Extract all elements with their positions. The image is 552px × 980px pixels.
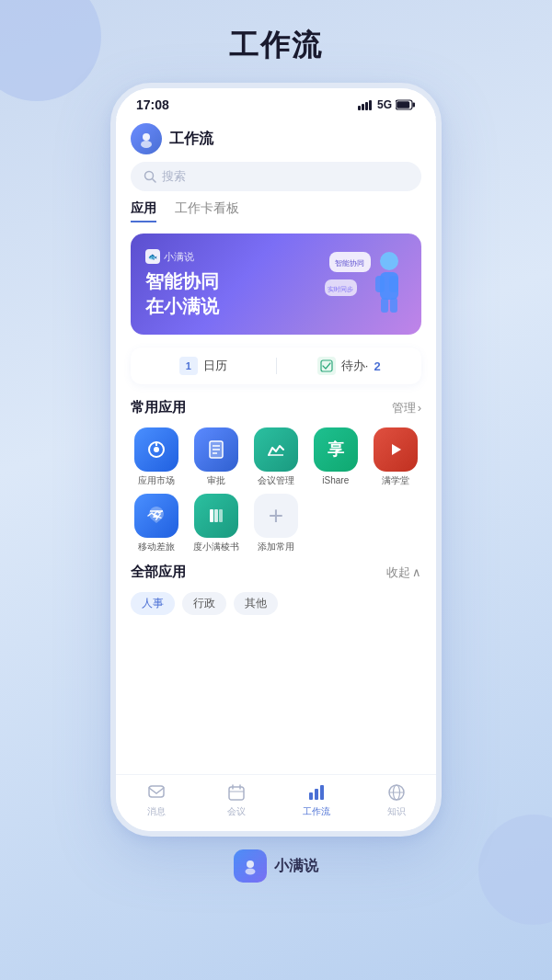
todo-icon	[317, 357, 336, 375]
app-header-title: 工作流	[169, 130, 213, 149]
todo-label: 待办·	[341, 358, 369, 374]
banner-decoration: 智能协同 实时同步	[320, 243, 412, 325]
svg-point-3	[143, 133, 150, 141]
app-item-add[interactable]: + 添加常用	[250, 494, 303, 553]
svg-rect-2	[397, 101, 409, 108]
svg-rect-30	[219, 509, 223, 522]
svg-point-7	[380, 252, 398, 270]
calendar-icon: 1	[179, 357, 198, 375]
svg-rect-29	[214, 509, 218, 522]
phone-frame: 17:08 5G	[110, 83, 442, 837]
nav-item-knowledge[interactable]: 知识	[356, 782, 436, 818]
app-icon-travel	[134, 494, 178, 538]
svg-point-4	[141, 141, 152, 148]
nav-icon-workflow	[306, 782, 327, 803]
notch	[230, 88, 322, 108]
todo-count: 2	[374, 359, 380, 373]
nav-item-workflow[interactable]: 工作流	[276, 782, 356, 818]
svg-rect-32	[229, 787, 244, 800]
bg-blob-br	[478, 815, 552, 925]
app-label-meeting: 会议管理	[258, 475, 294, 486]
app-label-ishare: iShare	[322, 475, 349, 486]
svg-point-19	[154, 447, 159, 452]
svg-text:实时同步: 实时同步	[328, 286, 353, 293]
app-item-meeting[interactable]: 会议管理	[250, 427, 303, 486]
banner-logo-icon: 🐟	[145, 249, 160, 264]
nav-icon-knowledge	[386, 782, 407, 803]
tab-apps[interactable]: 应用	[131, 200, 156, 222]
category-tab-hr[interactable]: 人事	[131, 592, 175, 615]
calendar-label: 日历	[203, 358, 227, 374]
network-type: 5G	[377, 98, 392, 111]
app-label-add: 添加常用	[258, 541, 294, 553]
app-item-ishare[interactable]: 享 iShare	[309, 427, 362, 486]
app-icon-study	[374, 427, 418, 472]
app-label-library: 度小满棱书	[193, 541, 239, 553]
bottom-branding: 小满说	[234, 849, 318, 883]
quick-actions: 1 日历 待办· 2	[131, 348, 421, 384]
all-apps-title: 全部应用	[131, 564, 186, 581]
svg-point-43	[246, 869, 256, 875]
bg-blob-tl	[0, 0, 101, 101]
collapse-button[interactable]: 收起 ∧	[386, 564, 421, 581]
brand-name: 小满说	[274, 857, 318, 876]
svg-marker-27	[392, 444, 401, 455]
common-apps-header: 常用应用 管理 ›	[131, 399, 421, 416]
quick-action-calendar[interactable]: 1 日历	[131, 357, 276, 375]
category-tabs: 人事 行政 其他	[131, 592, 421, 615]
nav-icon-meetings	[226, 782, 247, 803]
status-time: 17:08	[136, 97, 169, 112]
app-item-approve[interactable]: 审批	[190, 427, 243, 486]
search-placeholder: 搜索	[162, 168, 186, 185]
all-apps-header: 全部应用 收起 ∧	[131, 564, 421, 581]
svg-rect-11	[381, 298, 388, 313]
manage-button[interactable]: 管理 ›	[392, 400, 421, 416]
avatar	[131, 123, 162, 154]
all-apps-section: 全部应用 收起 ∧ 人事 行政 其他	[116, 564, 436, 615]
svg-text:智能协同: 智能协同	[335, 259, 364, 268]
svg-point-42	[247, 860, 254, 868]
page-title: 工作流	[229, 26, 323, 66]
status-icons: 5G	[358, 98, 416, 111]
category-tab-admin[interactable]: 行政	[182, 592, 226, 615]
app-icon-ishare: 享	[314, 427, 358, 472]
app-icon-approve	[194, 427, 238, 472]
svg-line-6	[153, 179, 156, 183]
svg-rect-36	[309, 792, 313, 800]
brand-icon	[234, 849, 267, 883]
svg-rect-10	[389, 276, 398, 292]
quick-action-todo[interactable]: 待办· 2	[277, 357, 422, 375]
tabs-row: 应用 工作卡看板	[116, 200, 436, 222]
common-apps-title: 常用应用	[131, 399, 186, 416]
nav-item-meetings[interactable]: 会议	[196, 782, 276, 818]
app-grid: 应用市场 审批	[131, 427, 421, 553]
nav-icon-messages	[146, 782, 167, 803]
svg-rect-12	[390, 298, 397, 313]
search-bar[interactable]: 搜索	[131, 162, 421, 191]
svg-rect-28	[210, 509, 213, 522]
app-item-market[interactable]: 应用市场	[131, 427, 183, 486]
app-label-study: 满学堂	[382, 475, 409, 486]
app-item-study[interactable]: 满学堂	[369, 427, 421, 486]
category-tab-other[interactable]: 其他	[234, 592, 278, 615]
phone-content: 17:08 5G	[116, 88, 436, 831]
tab-kanban[interactable]: 工作卡看板	[175, 200, 239, 222]
battery-icon	[396, 99, 416, 110]
chevron-right-icon: ›	[418, 401, 421, 415]
app-icon-add: +	[254, 494, 298, 538]
app-item-library[interactable]: 度小满棱书	[190, 494, 243, 553]
common-apps-section: 常用应用 管理 ›	[116, 399, 436, 553]
banner: 🐟 小满说 智能协同 在小满说	[131, 234, 421, 335]
app-icon-meeting	[254, 427, 298, 472]
chevron-up-icon: ∧	[412, 565, 421, 579]
svg-rect-37	[315, 789, 318, 800]
svg-rect-1	[413, 103, 416, 108]
bottom-nav: 消息 会议	[116, 774, 436, 831]
banner-logo-text: 小满说	[164, 250, 194, 264]
svg-rect-31	[149, 786, 164, 797]
app-icon-library	[194, 494, 238, 538]
app-item-travel[interactable]: 移动差旅	[131, 494, 183, 553]
app-icon-market	[134, 427, 178, 472]
nav-item-messages[interactable]: 消息	[116, 782, 196, 818]
svg-rect-38	[320, 785, 324, 800]
